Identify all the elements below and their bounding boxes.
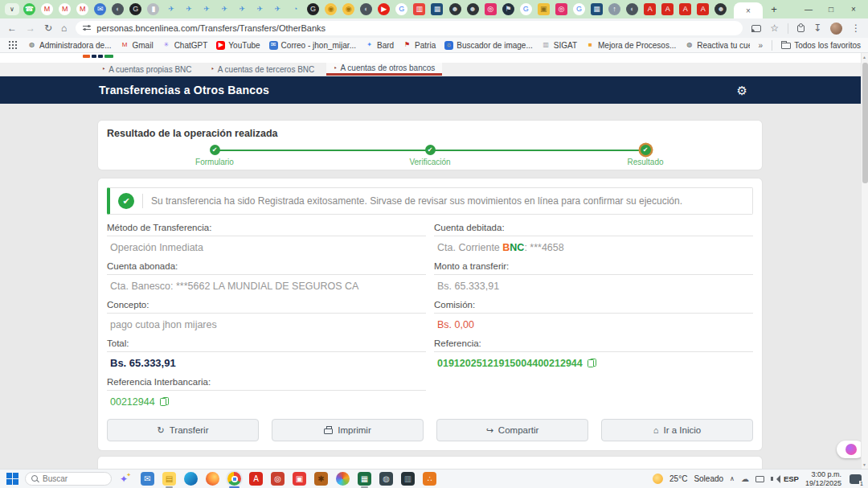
cast-icon[interactable]: [751, 25, 761, 32]
pinned-tab-emoji[interactable]: ◉: [325, 3, 337, 15]
pinned-tab-flag[interactable]: ⚑: [502, 3, 514, 15]
pinned-tab-upload[interactable]: ↑: [608, 3, 620, 15]
taskbar-app-mail[interactable]: ✉: [141, 472, 154, 486]
new-tab-button[interactable]: +: [767, 2, 781, 17]
pinned-tab-instagram[interactable]: ◎: [485, 3, 497, 15]
taskbar-app-glove[interactable]: ✱: [314, 472, 328, 486]
pinned-tab-whatsapp[interactable]: ☎: [23, 3, 35, 15]
taskbar-app-globe[interactable]: ◍: [379, 472, 393, 486]
weather-sun-icon[interactable]: [653, 474, 663, 484]
pinned-tab-youtube[interactable]: ▶: [378, 3, 390, 15]
compartir-button[interactable]: ↪ Compartir: [436, 419, 588, 441]
start-button[interactable]: [6, 473, 18, 485]
pinned-tab-gmail[interactable]: M: [59, 3, 71, 15]
refresh-icon[interactable]: ↻: [44, 23, 52, 33]
pinned-tab-telegram[interactable]: ✈: [254, 3, 266, 15]
pinned-tab-avatar[interactable]: ☻: [449, 3, 461, 15]
all-bookmarks-folder[interactable]: Todos los favoritos: [781, 41, 861, 50]
tray-expand-icon[interactable]: ∧: [730, 475, 735, 482]
pinned-tab-pdf[interactable]: A: [661, 3, 674, 15]
bookmark-star-icon[interactable]: ☆: [770, 23, 779, 33]
taskbar-app-orange[interactable]: ∴: [423, 472, 436, 486]
pinned-tab-flag-blue[interactable]: ▦: [431, 3, 443, 15]
pinned-tab-flag-blue[interactable]: ▦: [591, 3, 603, 15]
ir-a-inicio-button[interactable]: ⌂ Ir a Inicio: [601, 419, 753, 441]
site-settings-icon[interactable]: [83, 25, 91, 31]
bookmark-sigat[interactable]: ▥ SIGAT: [542, 41, 577, 50]
pinned-tab-gmail[interactable]: M: [41, 3, 53, 15]
pinned-tab-telegram[interactable]: ✈: [236, 3, 248, 15]
notification-icon[interactable]: 1: [850, 474, 862, 484]
copy-icon[interactable]: [588, 359, 596, 367]
pinned-tab-globe[interactable]: ◐: [360, 3, 372, 15]
maximize-button[interactable]: □: [820, 0, 842, 18]
imprimir-button[interactable]: Imprimir: [272, 419, 424, 441]
pinned-tab-gmail[interactable]: M: [76, 3, 88, 15]
forward-icon[interactable]: →: [26, 23, 35, 33]
network-icon[interactable]: [755, 476, 764, 482]
taskbar-app-chrome[interactable]: [227, 472, 241, 486]
clock[interactable]: 3:00 p.m. 19/12/2025: [805, 470, 841, 488]
pinned-tab-yellow[interactable]: ▣: [538, 3, 550, 15]
taskbar-app-photos[interactable]: [336, 472, 350, 486]
home-icon[interactable]: ⌂: [61, 23, 67, 33]
gear-icon[interactable]: ⚙: [737, 84, 747, 96]
taskbar-app-analytics[interactable]: ▥: [401, 472, 415, 486]
pinned-tab-telegram[interactable]: ✈: [272, 3, 284, 15]
pinned-tab-google-dark[interactable]: G: [307, 3, 319, 15]
pinned-tab-globe[interactable]: ◐: [112, 3, 124, 15]
weather-condition[interactable]: Soleado: [694, 474, 723, 483]
pinned-tab-google[interactable]: G: [395, 3, 407, 15]
bookmark-correo[interactable]: ✉ Correo - jhon_mijar...: [269, 41, 356, 50]
taskbar-app-excel[interactable]: ▦: [358, 472, 371, 486]
bookmark-patria[interactable]: ⚑ Patria: [403, 41, 436, 50]
extensions-icon[interactable]: [797, 25, 805, 32]
page-scrollbar[interactable]: [861, 53, 868, 469]
bookmark-reactiva[interactable]: ◍ Reactiva tu cuenta: [685, 41, 749, 50]
close-button[interactable]: ×: [842, 0, 865, 18]
pinned-tab-red[interactable]: ▥: [413, 3, 425, 15]
scrollbar-thumb[interactable]: [862, 63, 868, 183]
bookmark-youtube[interactable]: ▶ YouTube: [216, 41, 260, 50]
pinned-tab-pdf[interactable]: A: [679, 3, 691, 15]
weather-temp[interactable]: 25°C: [669, 474, 687, 483]
back-icon[interactable]: ←: [7, 23, 17, 33]
pinned-tab-telegram[interactable]: ✈: [219, 3, 231, 15]
url-text[interactable]: personas.bncenlinea.com/Transfers/Transf…: [96, 23, 326, 33]
bookmark-mejora[interactable]: ■ Mejora de Procesos...: [586, 41, 676, 50]
pinned-tab-telegram[interactable]: ✈: [166, 3, 178, 15]
minimize-button[interactable]: —: [797, 0, 820, 18]
pinned-tab-gray[interactable]: ▮: [147, 3, 159, 15]
profile-avatar[interactable]: [830, 23, 842, 35]
pinned-tab-telegram[interactable]: ✈: [183, 3, 195, 15]
tab-close-icon[interactable]: ×: [746, 6, 751, 15]
pinned-tab-avatar[interactable]: ☻: [714, 3, 727, 15]
bookmark-gmail[interactable]: M Gmail: [121, 41, 154, 50]
taskbar-app-file-explorer[interactable]: ▤: [162, 472, 176, 486]
tab-cuentas-otros-bancos[interactable]: ‣ A cuentas de otros bancos: [326, 63, 442, 76]
address-bar[interactable]: personas.bncenlinea.com/Transfers/Transf…: [76, 21, 743, 35]
bookmark-bard[interactable]: ✦ Bard: [365, 41, 394, 50]
menu-icon[interactable]: ⋮: [851, 23, 861, 33]
pinned-tab-google[interactable]: G: [520, 3, 532, 15]
taskbar-app-red-box[interactable]: ▣: [293, 472, 306, 486]
taskbar-app-red-ring[interactable]: ◎: [271, 472, 285, 486]
bookmarks-overflow-icon[interactable]: »: [759, 41, 764, 50]
bookmark-chatgpt[interactable]: ✳ ChatGPT: [162, 41, 208, 50]
taskbar-app-edge[interactable]: [184, 472, 198, 486]
taskbar-app-acrobat[interactable]: A: [249, 472, 263, 486]
pinned-tab-google[interactable]: G: [573, 3, 585, 15]
taskbar-app-firefox[interactable]: [206, 472, 219, 486]
pinned-tab-mail-blue[interactable]: ✉: [94, 3, 106, 15]
pinned-tab-google-dark[interactable]: G: [129, 3, 141, 15]
active-tab[interactable]: ×: [734, 2, 763, 18]
tab-cuentas-terceros[interactable]: ‣ A cuentas de terceros BNC: [204, 63, 322, 76]
download-icon[interactable]: ↧: [813, 23, 821, 33]
pinned-tab-avatar[interactable]: ☻: [467, 3, 479, 15]
copilot-icon[interactable]: ✦: [120, 474, 128, 484]
pinned-tab-pdf[interactable]: A: [644, 3, 656, 15]
tab-search-button[interactable]: ∨: [5, 3, 19, 15]
pinned-tab-telegram[interactable]: ✈: [201, 3, 213, 15]
pinned-tab-globe[interactable]: ◐: [626, 3, 638, 15]
pinned-tab-pdf[interactable]: A: [697, 3, 709, 15]
